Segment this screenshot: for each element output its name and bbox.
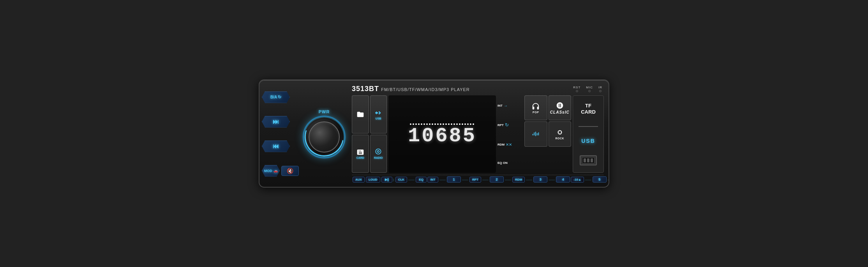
pop-eq-icon[interactable]: POP xyxy=(524,95,547,120)
eq-panel: POP CLASsIC xyxy=(524,95,571,173)
tf-card-label: TF CARD xyxy=(581,103,596,115)
car-radio: B/A ↻ ⏭ ⏮ MOD 🚗 🔇 PWR xyxy=(259,79,609,188)
ir-indicator: IR xyxy=(598,86,602,92)
wave-icon xyxy=(531,130,540,138)
next-button[interactable]: ⏭ xyxy=(262,116,290,128)
prev-button[interactable]: ⏮ xyxy=(262,141,290,152)
classic-eq-icon[interactable]: CLASsIC xyxy=(549,95,572,120)
rock-eq-icon[interactable]: ROCK xyxy=(549,121,572,146)
usb-icon xyxy=(374,109,382,117)
model-title: 3513BT FM/BT/USB/TF/WMA/ID3/MP3 PLAYER xyxy=(352,85,470,93)
preset-group: INT —— 1 —— RPT —— 2 —— RDM —— 3 —— 4 xyxy=(427,176,570,183)
car-icon: 🚗 xyxy=(273,169,278,173)
card-mode-icon[interactable]: CARD xyxy=(352,135,369,173)
mod-button[interactable]: MOD 🚗 xyxy=(262,165,280,177)
mode-icons-panel: USB CARD RADIO xyxy=(352,95,387,173)
model-subtitle: FM/BT/USB/TF/WMA/ID3/MP3 PLAYER xyxy=(381,87,470,92)
eq-button[interactable]: EQ xyxy=(416,177,427,183)
mod-row: MOD 🚗 🔇 xyxy=(262,165,299,177)
classic-label: CLASsIC xyxy=(550,110,570,114)
folder-mode-icon[interactable] xyxy=(352,95,369,134)
eq-on-indicator: EQ ON xyxy=(498,161,523,165)
play-button[interactable]: ▶‖ xyxy=(381,177,392,183)
preset-4-button[interactable]: 4 xyxy=(556,176,570,183)
usb-label: USB xyxy=(581,138,595,144)
ba-arrow-icon: ↻ xyxy=(278,95,281,100)
knob-area: PWR xyxy=(299,83,349,184)
rpt-bottom-button[interactable]: RPT xyxy=(469,177,481,183)
volume-knob[interactable] xyxy=(303,116,346,158)
prev-icon: ⏮ xyxy=(273,143,279,150)
mic-indicator: MIC xyxy=(586,86,593,92)
usb-port[interactable] xyxy=(580,155,597,165)
rock-icon xyxy=(556,128,564,137)
mute-button[interactable]: 🔇 xyxy=(281,166,299,176)
model-number: 3513BT xyxy=(352,85,379,93)
bottom-right-group: -10▲ —— 5 —— +10▼ —— 6 🔋 xyxy=(571,176,609,183)
classic-icon xyxy=(556,101,564,110)
rst-indicator[interactable]: RST xyxy=(573,86,580,92)
loud-button[interactable]: LOUD xyxy=(366,177,380,183)
radio-icon xyxy=(374,148,382,156)
folder-icon xyxy=(356,111,364,118)
preset-5-button[interactable]: 5 xyxy=(593,176,607,183)
main-display: USB CARD RADIO xyxy=(352,95,604,173)
right-indicators: INT → RPT ↻ RDM ✕✕ EQ ON xyxy=(498,95,523,173)
frequency-number: 10685 xyxy=(405,126,480,146)
bottom-left-group: AUX LOUD ▶‖ | CLK —— EQ xyxy=(353,177,427,183)
top-bar: 3513BT FM/BT/USB/TF/WMA/ID3/MP3 PLAYER R… xyxy=(352,85,604,93)
pwr-label: PWR xyxy=(319,109,330,114)
next-icon: ⏭ xyxy=(273,118,279,125)
usb-mode-icon[interactable]: USB xyxy=(370,95,387,134)
rdm-bottom-button[interactable]: RDM xyxy=(512,177,525,183)
mod-label: MOD xyxy=(264,169,272,173)
preset-2-button[interactable]: 2 xyxy=(490,176,504,183)
bottom-bar: AUX LOUD ▶‖ | CLK —— EQ INT —— 1 —— RPT … xyxy=(352,175,604,183)
frequency-display: 10685 xyxy=(388,95,496,173)
clk-button[interactable]: CLK xyxy=(395,177,407,183)
ba-label: B/A xyxy=(270,95,277,99)
top-indicators: RST MIC IR xyxy=(573,86,602,92)
radio-mode-icon[interactable]: RADIO xyxy=(370,135,387,173)
int-bottom-button[interactable]: INT xyxy=(427,177,438,183)
knob-ring xyxy=(298,111,351,164)
rpt-indicator: RPT ↻ xyxy=(498,122,523,128)
tf-usb-panel: TF CARD USB xyxy=(573,95,604,173)
ba-button[interactable]: B/A ↻ xyxy=(262,91,290,103)
preset-1-button[interactable]: 1 xyxy=(447,176,461,183)
preset-3-button[interactable]: 3 xyxy=(533,176,547,183)
minus-button[interactable]: -10▲ xyxy=(571,177,584,183)
rdm-indicator: RDM ✕✕ xyxy=(498,142,523,147)
aux-button[interactable]: AUX xyxy=(353,177,365,183)
mute-icon: 🔇 xyxy=(287,168,293,174)
headphone-icon xyxy=(531,102,540,111)
wave-eq-icon[interactable] xyxy=(524,121,547,146)
card-icon xyxy=(356,148,364,156)
display-area: 3513BT FM/BT/USB/TF/WMA/ID3/MP3 PLAYER R… xyxy=(349,83,606,184)
left-panel: B/A ↻ ⏭ ⏮ MOD 🚗 🔇 xyxy=(262,83,299,184)
int-indicator: INT → xyxy=(498,104,523,108)
